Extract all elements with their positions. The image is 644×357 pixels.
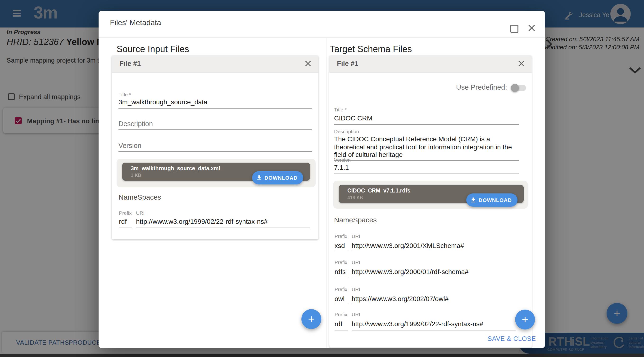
target-title-label: Title * xyxy=(334,107,347,112)
prefix-label: Prefix xyxy=(334,311,347,317)
target-version-label: Version xyxy=(334,157,351,163)
target-file-chip: CIDOC_CRM_v7.1.1.rdfs 419 KB DOWNLOAD xyxy=(333,181,528,209)
source-file-chip: 3m_walkthrough_source_data.xml 1 KB DOWN… xyxy=(116,159,316,187)
target-file-size: 419 KB xyxy=(347,195,363,200)
source-title-input[interactable]: 3m_walkthrough_source_data xyxy=(118,98,312,109)
source-files-heading: Source Input Files xyxy=(116,44,189,55)
target-description-label: Description xyxy=(334,129,359,134)
add-target-file-fab[interactable]: + xyxy=(515,309,535,329)
source-version-input[interactable]: Version xyxy=(118,142,312,152)
toggle-thumb xyxy=(511,84,519,92)
prefix-label: Prefix xyxy=(334,233,347,239)
target-card-header: File #1 xyxy=(329,56,532,73)
target-ns-prefix-input[interactable]: rdf xyxy=(334,320,348,330)
source-card-label: File #1 xyxy=(120,60,141,67)
target-ns-uri-input[interactable]: http://www.w3.org/2000/01/rdf-schema# xyxy=(352,268,516,278)
download-icon xyxy=(256,174,262,181)
uri-label: URI xyxy=(352,233,360,239)
target-ns-uri-input[interactable]: https://www.w3.org/2002/07/owl# xyxy=(352,295,516,305)
source-file-name: 3m_walkthrough_source_data.xml xyxy=(131,165,220,171)
plus-icon: + xyxy=(522,313,528,326)
target-download-button[interactable]: DOWNLOAD xyxy=(466,193,518,207)
target-ns-uri-input[interactable]: http://www.w3.org/1999/02/22-rdf-syntax-… xyxy=(352,320,516,330)
remove-file-icon[interactable] xyxy=(304,60,312,67)
source-description-input[interactable]: Description xyxy=(118,120,312,130)
target-ns-uri-input[interactable]: http://www.w3.org/2001/XMLSchema# xyxy=(352,242,516,252)
source-title-label: Title * xyxy=(118,92,131,97)
add-source-file-fab[interactable]: + xyxy=(302,309,321,329)
target-description-input[interactable]: The CIDOC Conceptual Reference Model (CR… xyxy=(334,135,519,160)
plus-icon: + xyxy=(308,312,315,326)
use-predefined-toggle[interactable] xyxy=(512,85,526,91)
app-root: 3m Jessica Ye In Progress HRID: 512367 Y… xyxy=(0,0,644,357)
files-metadata-dialog: Files' Metadata Source Input Files File … xyxy=(98,11,545,348)
use-predefined-label: Use Predefined: xyxy=(329,83,507,91)
column-divider xyxy=(326,38,326,348)
save-and-close-button[interactable]: SAVE & CLOSE xyxy=(488,335,536,342)
close-icon[interactable] xyxy=(528,24,536,32)
dialog-title: Files' Metadata xyxy=(110,19,161,27)
target-ns-prefix-input[interactable]: rdfs xyxy=(334,268,348,278)
target-ns-prefix-input[interactable]: xsd xyxy=(334,242,348,252)
header-divider xyxy=(98,38,545,38)
download-icon xyxy=(470,197,477,203)
target-file-card: File #1 Use Predefined: Title * CIDOC CR… xyxy=(329,56,532,347)
target-version-input[interactable]: 7.1.1 xyxy=(334,164,519,174)
source-namespaces-heading: NameSpaces xyxy=(118,193,161,201)
maximize-icon[interactable] xyxy=(510,25,518,33)
target-namespaces-heading: NameSpaces xyxy=(334,216,377,224)
source-ns-prefix-input[interactable]: rdf xyxy=(119,218,132,228)
prefix-label: Prefix xyxy=(119,210,132,216)
uri-label: URI xyxy=(352,311,360,317)
uri-label: URI xyxy=(136,210,144,216)
remove-file-icon[interactable] xyxy=(518,60,525,67)
source-download-button[interactable]: DOWNLOAD xyxy=(252,171,303,184)
prefix-label: Prefix xyxy=(334,259,347,265)
target-card-label: File #1 xyxy=(337,60,358,67)
target-files-heading: Target Schema Files xyxy=(330,44,412,55)
source-file-card: File #1 Title * 3m_walkthrough_source_da… xyxy=(112,56,318,239)
source-file-size: 1 KB xyxy=(131,173,141,178)
source-card-header: File #1 xyxy=(112,56,318,73)
prefix-label: Prefix xyxy=(334,286,347,292)
source-ns-uri-input[interactable]: http://www.w3.org/1999/02/22-rdf-syntax-… xyxy=(136,218,310,228)
uri-label: URI xyxy=(352,259,360,265)
target-ns-prefix-input[interactable]: owl xyxy=(334,295,348,305)
uri-label: URI xyxy=(352,286,360,292)
target-file-name: CIDOC_CRM_v7.1.1.rdfs xyxy=(347,188,410,193)
target-title-input[interactable]: CIDOC CRM xyxy=(334,114,519,125)
